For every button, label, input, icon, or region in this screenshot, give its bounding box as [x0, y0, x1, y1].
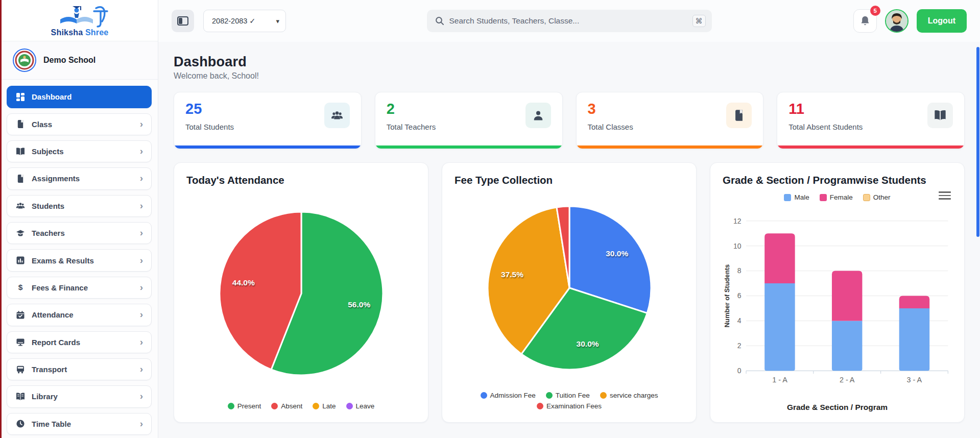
bar-chart-legend: MaleFemaleOther [784, 191, 890, 205]
legend-item-absent[interactable]: Absent [271, 402, 302, 410]
sidebar-item-transport[interactable]: Transport› [7, 358, 152, 380]
legend-item-late[interactable]: Late [313, 402, 336, 410]
school-name: Demo School [43, 56, 95, 65]
sidebar-item-label: Report Cards [32, 338, 133, 347]
legend-item-service-charges[interactable]: service charges [600, 392, 658, 399]
fee-type-legend: Admission FeeTuition Feeservice chargesE… [455, 390, 684, 414]
search-icon [435, 16, 444, 26]
dashboard-icon [15, 92, 25, 102]
topbar-right: 5 Logout [853, 9, 967, 33]
bar-segment[interactable] [764, 233, 795, 283]
sidebar-item-library[interactable]: Library› [7, 385, 152, 407]
user-avatar[interactable] [885, 9, 909, 33]
sidebar-item-label: Teachers [32, 229, 133, 237]
chart-title: Today's Attendance [186, 174, 416, 186]
legend-label: Leave [356, 402, 375, 410]
sidebar-item-label: Students [32, 202, 133, 210]
dollar-icon: $ [15, 283, 25, 293]
page-title: Dashboard [174, 54, 965, 70]
notifications-button[interactable]: 5 [853, 9, 877, 33]
person-icon [525, 103, 551, 128]
chart-title: Fee Type Collection [455, 174, 684, 186]
sidebar-item-fees-and-finance[interactable]: $Fees & Finance› [7, 277, 152, 299]
academic-session-select[interactable]: 2082-2083 ✓ ▾ [203, 10, 286, 32]
y-tick-label: 12 [733, 216, 742, 225]
sidebar-item-attendance[interactable]: Attendance› [7, 304, 152, 326]
sidebar-item-subjects[interactable]: Subjects› [7, 140, 152, 162]
sidebar-menu: Dashboard›Class›Subjects›Assignments›Stu… [2, 80, 158, 438]
y-tick-label: 4 [737, 317, 742, 325]
attendance-pie-chart: 56.0%44.0% [216, 208, 387, 379]
legend-item-examination-fees[interactable]: Examination Fees [537, 402, 602, 410]
shiksha-shree-logo-icon [49, 4, 110, 28]
pie-slice-label: 37.5% [501, 270, 523, 279]
people-icon [324, 103, 350, 128]
legend-item-admission-fee[interactable]: Admission Fee [481, 392, 536, 399]
x-category-label: 2 - A [840, 376, 855, 384]
legend-item-leave[interactable]: Leave [346, 402, 375, 410]
main-area: 2082-2083 ✓ ▾ ⌘ 5 [158, 0, 980, 438]
bar-segment[interactable] [764, 283, 795, 371]
brand-name: Shiksha Shree [51, 28, 109, 37]
bar-chart-header: MaleFemaleOther [723, 191, 952, 205]
legend-item-male[interactable]: Male [784, 193, 809, 201]
sidebar-item-assignments[interactable]: Assignments› [7, 167, 152, 189]
sidebar-item-label: Subjects [32, 147, 133, 156]
legend-label: service charges [610, 392, 658, 399]
command-key-icon: ⌘ [692, 15, 706, 27]
topbar: 2082-2083 ✓ ▾ ⌘ 5 [158, 0, 980, 42]
notification-badge: 5 [870, 6, 880, 16]
bar-segment[interactable] [899, 308, 929, 370]
chevron-right-icon: › [140, 119, 143, 129]
y-tick-label: 6 [737, 291, 742, 300]
sidebar-item-label: Library [32, 392, 133, 401]
search-input[interactable] [449, 16, 687, 26]
legend-item-other[interactable]: Other [863, 193, 891, 201]
attendance-chart-card: Today's Attendance 56.0%44.0% PresentAbs… [174, 162, 428, 423]
sidebar-item-label: Dashboard [32, 92, 143, 101]
sidebar-item-dashboard[interactable]: Dashboard› [7, 86, 152, 108]
sidebar-item-time-table[interactable]: Time Table› [7, 413, 152, 435]
chevron-right-icon: › [140, 337, 143, 347]
sidebar-item-label: Exams & Results [32, 256, 133, 265]
y-tick-label: 2 [737, 342, 742, 350]
app-root: Shiksha Shree Demo School Dashboard›Clas… [0, 0, 980, 438]
library-icon [15, 392, 25, 401]
stat-card-total-teachers: 2Total Teachers [375, 92, 563, 149]
svg-text:$: $ [18, 283, 22, 291]
chart-menu-icon[interactable] [939, 191, 951, 200]
x-category-label: 1 - A [772, 376, 787, 384]
bar-segment[interactable] [832, 271, 862, 321]
session-value: 2082-2083 ✓ [212, 17, 256, 25]
attendance-legend: PresentAbsentLateLeave [186, 400, 416, 414]
bar-segment[interactable] [832, 321, 862, 371]
chevron-right-icon: › [140, 309, 143, 319]
left-edge-stripe [0, 0, 2, 438]
legend-label: Late [322, 402, 336, 410]
sidebar-item-class[interactable]: Class› [7, 113, 152, 135]
chevron-right-icon: › [140, 282, 143, 292]
open-book-icon [927, 103, 953, 128]
sidebar-item-report-cards[interactable]: Report Cards› [7, 331, 152, 353]
legend-item-female[interactable]: Female [820, 193, 853, 201]
chevron-right-icon: › [140, 201, 143, 210]
sidebar-item-label: Assignments [32, 174, 133, 183]
sidebar-item-students[interactable]: Students› [7, 195, 152, 217]
stat-card-total-classes: 3Total Classes [576, 92, 764, 149]
bus-icon [15, 364, 25, 374]
bar-segment[interactable] [899, 296, 929, 308]
logout-button[interactable]: Logout [917, 9, 967, 33]
fee-type-chart-card: Fee Type Collection 30.0%30.0%37.5% Admi… [442, 162, 697, 423]
page-scrollbar-thumb[interactable] [976, 47, 979, 237]
sidebar-item-exams-and-results[interactable]: Exams & Results› [7, 249, 152, 271]
legend-item-tuition-fee[interactable]: Tuition Fee [546, 392, 590, 399]
legend-item-present[interactable]: Present [228, 402, 261, 410]
sidebar: Shiksha Shree Demo School Dashboard›Clas… [0, 0, 158, 438]
book-icon [726, 103, 752, 128]
pie-slice-label: 30.0% [576, 339, 599, 348]
chart-title: Grade & Section / Programwise Students [723, 174, 952, 186]
sidebar-item-teachers[interactable]: Teachers› [7, 222, 152, 244]
gradewise-bar-chart: 0246810121 - A2 - A3 - ANumber of Studen… [723, 212, 952, 392]
sidebar-toggle-button[interactable] [172, 10, 194, 32]
stat-card-total-absent-students: 11Total Absent Students [777, 92, 965, 149]
